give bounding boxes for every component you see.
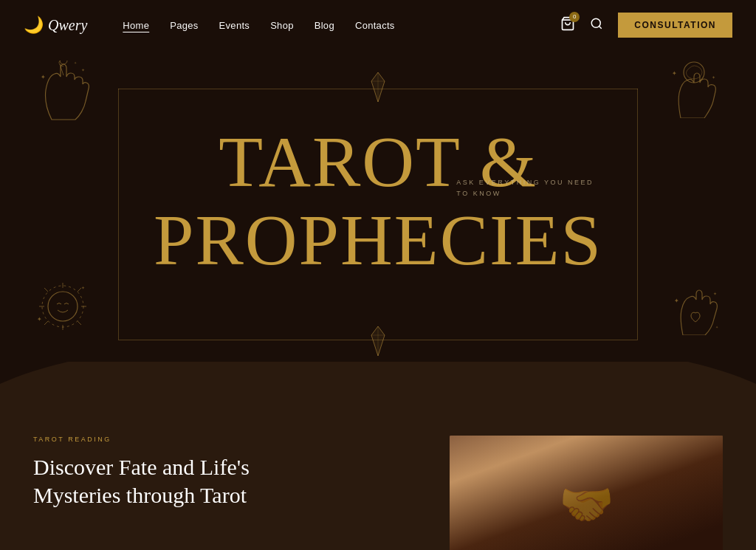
svg-rect-35 [605,490,656,503]
svg-rect-36 [450,524,723,550]
svg-point-17 [48,292,78,321]
nav-links: Home Pages Events Shop Blog Contacts [123,20,560,31]
svg-text:✦: ✦ [81,68,85,72]
lower-right-image [450,436,723,535]
nav-shop[interactable]: Shop [270,20,294,31]
svg-text:✦: ✦ [712,75,715,80]
svg-text:✦: ✦ [715,326,718,329]
hero-title-line1: TAROT & [0,126,756,198]
cart-badge: 0 [569,12,580,22]
nav-events[interactable]: Events [219,20,250,31]
logo-text: Qwery [48,17,87,34]
crystal-bottom-icon [370,319,386,363]
nav-home[interactable]: Home [123,20,149,31]
svg-line-23 [78,321,81,325]
nav-contacts[interactable]: Contacts [355,20,395,31]
tarot-image [450,436,723,550]
logo-moon-icon: 🌙 [24,16,44,35]
logo[interactable]: 🌙 Qwery [24,16,87,35]
cart-button[interactable]: 0 [560,16,575,35]
svg-text:✦: ✦ [713,292,717,296]
nav-blog[interactable]: Blog [315,20,334,31]
section-tag: TAROT READING [33,436,427,443]
svg-line-22 [44,288,48,292]
search-button[interactable] [590,17,603,34]
lower-section: TAROT READING Discover Fate and Life's M… [0,413,756,550]
consultation-button[interactable]: CONSULTATION [618,13,732,38]
hand-moon-icon: ✦ ✦ [669,61,719,126]
lower-left-content: TAROT READING Discover Fate and Life's M… [33,436,427,535]
crystal-top-icon [370,65,386,109]
hero-title-line2: PROPHECIES [0,204,756,276]
svg-text:✦: ✦ [74,61,77,65]
svg-rect-34 [509,494,560,512]
hero-subtext-content: ASK EVERYTHING YOU NEED TO KNOW [456,177,594,200]
svg-line-25 [44,321,48,325]
nav-pages[interactable]: Pages [170,20,198,31]
search-icon [590,17,603,30]
svg-point-1 [592,18,601,27]
hero-heading: TAROT & PROPHECIES [0,126,756,276]
section-heading: Discover Fate and Life's Mysteries throu… [33,453,427,509]
nav-actions: 0 CONSULTATION [560,13,732,38]
hero-section: ✦ ✦ ✦ ✦ ✦ [0,0,756,399]
svg-point-32 [475,469,602,549]
hand-rose-icon: ✦ ✦ ✦ [37,61,90,130]
svg-rect-31 [450,436,723,550]
curve-dark [0,362,756,421]
navbar: 🌙 Qwery Home Pages Events Shop Blog Cont… [0,0,756,50]
hand-heart-icon: ✦ ✦ ✦ [673,281,723,343]
svg-text:✦: ✦ [674,298,679,304]
svg-text:✦: ✦ [672,70,677,77]
svg-line-2 [599,26,602,28]
curve-transition [0,362,756,421]
svg-text:✦: ✦ [41,74,46,80]
svg-text:✦: ✦ [37,316,42,323]
sun-face-icon: ✦ ✦ [37,281,89,340]
hero-subtext: ASK EVERYTHING YOU NEED TO KNOW [456,177,594,200]
svg-point-9 [60,61,67,64]
svg-point-33 [571,467,697,538]
svg-text:✦: ✦ [81,286,85,290]
